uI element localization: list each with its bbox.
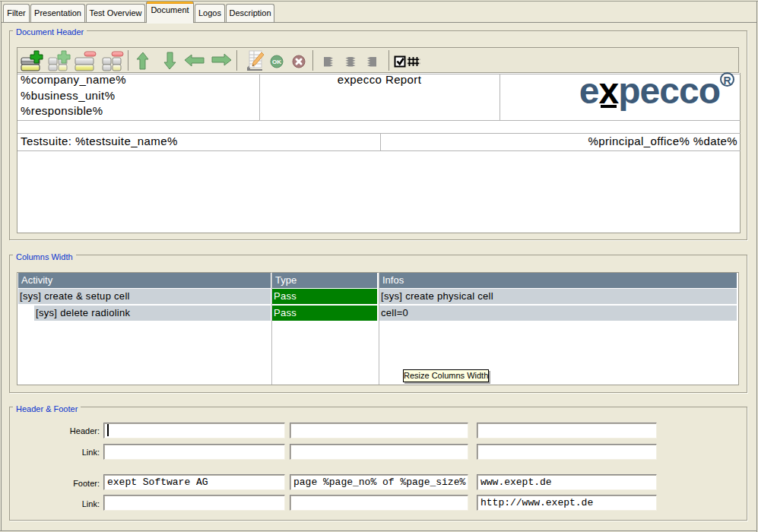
svg-text:OK: OK — [272, 59, 281, 65]
